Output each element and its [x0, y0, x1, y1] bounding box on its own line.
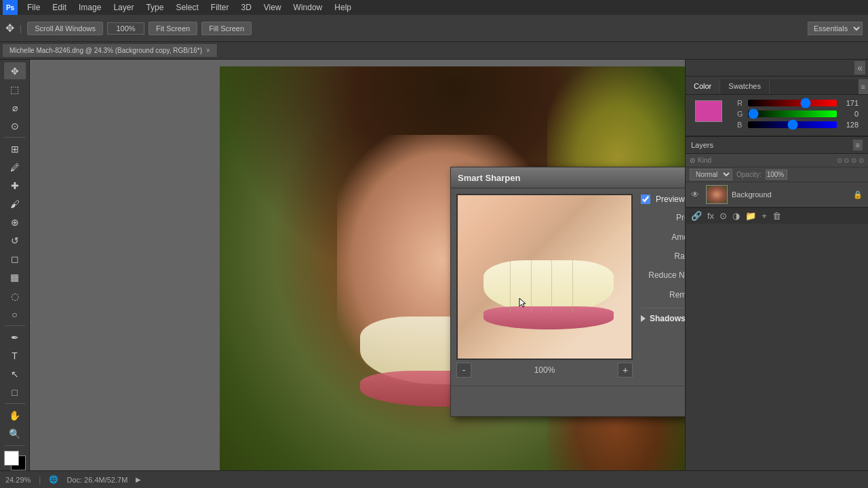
path-select-tool[interactable]: ↖ — [4, 365, 26, 382]
blend-mode-row: Normal Opacity: — [686, 167, 868, 182]
layer-visibility-icon[interactable]: 👁 — [691, 190, 702, 199]
history-brush-tool[interactable]: ↺ — [4, 232, 26, 249]
brush-tool[interactable]: 🖌 — [4, 196, 26, 213]
dialog-titlebar: Smart Sharpen ✕ — [451, 167, 685, 188]
g-value: 0 — [840, 110, 859, 118]
preset-label: Preset: — [641, 213, 685, 222]
panel-tabs: Color Swatches ≡ — [686, 79, 868, 95]
red-slider[interactable] — [748, 100, 837, 106]
marquee-tool[interactable]: ⬚ — [4, 81, 26, 98]
link-layers-icon[interactable]: 🔗 — [691, 211, 702, 221]
add-mask-icon[interactable]: ⊙ — [719, 211, 727, 221]
green-slider[interactable] — [748, 110, 837, 117]
menu-image[interactable]: Image — [73, 1, 106, 14]
reduce-noise-label: Reduce Noise: — [641, 270, 685, 280]
gradient-tool[interactable]: ▦ — [4, 269, 26, 286]
tool-divider-1 — [5, 137, 25, 138]
fit-screen-btn[interactable]: Fit Screen — [149, 22, 197, 35]
dialog-footer: Cancel OK — [451, 386, 685, 416]
tab-swatches[interactable]: Swatches — [720, 79, 770, 94]
radius-label: Radius: — [641, 251, 685, 261]
delete-layer-icon[interactable]: 🗑 — [772, 211, 781, 221]
document-tab[interactable]: Michelle Mach-8246.dng @ 24.3% (Backgrou… — [3, 44, 218, 57]
menu-help[interactable]: Help — [329, 1, 357, 14]
zoom-tool[interactable]: 🔍 — [4, 425, 26, 442]
dialog-title: Smart Sharpen — [458, 173, 520, 183]
remove-label: Remove: — [641, 290, 685, 300]
menu-bar: Ps File Edit Image Layer Type Select Fil… — [0, 0, 868, 15]
type-tool[interactable]: T — [4, 347, 26, 364]
reduce-noise-row: Reduce Noise: 25 % — [641, 268, 685, 282]
new-layer-icon[interactable]: + — [762, 211, 767, 221]
opacity-label: Opacity: — [736, 171, 762, 178]
right-panel: « Color Swatches ≡ R 171 G — [685, 60, 868, 470]
layers-panel-options-btn[interactable]: ≡ — [853, 140, 863, 150]
scroll-all-windows-btn[interactable]: Scroll All Windows — [27, 22, 103, 35]
filter-icons-row: ⊙ ⊙ ⊙ ⊙ — [837, 157, 864, 164]
healing-tool[interactable]: ✚ — [4, 177, 26, 194]
left-tools-panel: ✥ ⬚ ⌀ ⊙ ⊞ 🖉 ✚ 🖌 ⊕ ↺ ◻ ▦ ◌ ○ ✒ T ↖ □ ✋ 🔍 — [0, 60, 30, 470]
quick-select-tool[interactable]: ⊙ — [4, 117, 26, 134]
preview-image[interactable] — [456, 194, 633, 360]
menu-select[interactable]: Select — [170, 1, 203, 14]
menu-type[interactable]: Type — [140, 1, 169, 14]
blue-slider[interactable] — [748, 121, 837, 128]
blue-slider-row: B 128 — [732, 119, 864, 130]
canvas-area[interactable]: Smart Sharpen ✕ — [30, 60, 685, 470]
collapse-panel-btn[interactable]: « — [854, 61, 865, 75]
dialog-body: - 100% + Preview ⚙ Preset: — [451, 188, 685, 386]
layers-label: Layers — [691, 141, 713, 149]
move-tool[interactable]: ✥ — [4, 62, 26, 79]
opacity-input[interactable] — [766, 169, 787, 180]
blur-tool[interactable]: ◌ — [4, 287, 26, 304]
controls-area: Preview ⚙ Preset: Custom ▼ Amount: — [641, 194, 685, 380]
preview-checkbox[interactable] — [641, 195, 650, 204]
menu-file[interactable]: File — [22, 1, 45, 14]
status-divider: | — [39, 475, 41, 485]
layers-filter-bar: ⊙ Kind ⊙ ⊙ ⊙ ⊙ — [686, 154, 868, 167]
layers-panel-header: Layers ≡ — [686, 137, 868, 154]
amount-row: Amount: 149 % — [641, 230, 685, 244]
shape-tool[interactable]: □ — [4, 384, 26, 401]
doc-tab-label: Michelle Mach-8246.dng @ 24.3% (Backgrou… — [9, 47, 202, 54]
red-slider-row: R 171 — [732, 98, 864, 108]
hand-tool[interactable]: ✋ — [4, 407, 26, 424]
zoom-out-btn[interactable]: - — [456, 363, 471, 378]
b-value: 128 — [840, 121, 859, 129]
menu-layer[interactable]: Layer — [108, 1, 139, 14]
dodge-tool[interactable]: ○ — [4, 306, 26, 323]
color-swatches[interactable] — [4, 451, 26, 470]
status-forward-btn[interactable]: ▶ — [136, 476, 141, 483]
close-tab-btn[interactable]: × — [206, 47, 210, 54]
eraser-tool[interactable]: ◻ — [4, 251, 26, 268]
menu-view[interactable]: View — [258, 1, 287, 14]
new-group-icon[interactable]: 📁 — [745, 211, 756, 221]
zoom-in-btn[interactable]: + — [618, 363, 633, 378]
fill-screen-btn[interactable]: Fill Screen — [201, 22, 252, 35]
crop-tool[interactable]: ⊞ — [4, 140, 26, 157]
options-toolbar: ✥ | Scroll All Windows 100% Fit Screen F… — [0, 15, 868, 42]
essentials-select[interactable]: Essentials — [808, 22, 863, 35]
new-adjustment-icon[interactable]: ◑ — [732, 211, 740, 221]
eyedropper-tool[interactable]: 🖉 — [4, 159, 26, 176]
menu-edit[interactable]: Edit — [47, 1, 72, 14]
foreground-color-swatch[interactable] — [4, 451, 19, 466]
menu-3d[interactable]: 3D — [235, 1, 256, 14]
main-area: ✥ ⬚ ⌀ ⊙ ⊞ 🖉 ✚ 🖌 ⊕ ↺ ◻ ▦ ◌ ○ ✒ T ↖ □ ✋ 🔍 — [0, 60, 868, 470]
shadows-highlights-toggle[interactable]: Shadows / Highlights — [641, 312, 685, 325]
pen-tool[interactable]: ✒ — [4, 329, 26, 346]
lasso-tool[interactable]: ⌀ — [4, 99, 26, 116]
layer-thumbnail — [706, 185, 728, 204]
preview-row: Preview ⚙ — [641, 194, 685, 205]
tab-bar: Michelle Mach-8246.dng @ 24.3% (Backgrou… — [0, 42, 868, 60]
clone-stamp-tool[interactable]: ⊕ — [4, 214, 26, 231]
fx-icon[interactable]: fx — [707, 211, 714, 221]
menu-filter[interactable]: Filter — [205, 1, 235, 14]
menu-window[interactable]: Window — [288, 1, 328, 14]
main-color-swatch[interactable] — [695, 100, 722, 122]
zoom-display: 100% — [107, 22, 144, 35]
tab-color[interactable]: Color — [686, 79, 720, 94]
color-panel-collapse-btn[interactable]: ≡ — [859, 79, 868, 94]
layer-row[interactable]: 👁 Background 🔒 — [686, 182, 868, 207]
blend-mode-select[interactable]: Normal — [690, 169, 732, 180]
